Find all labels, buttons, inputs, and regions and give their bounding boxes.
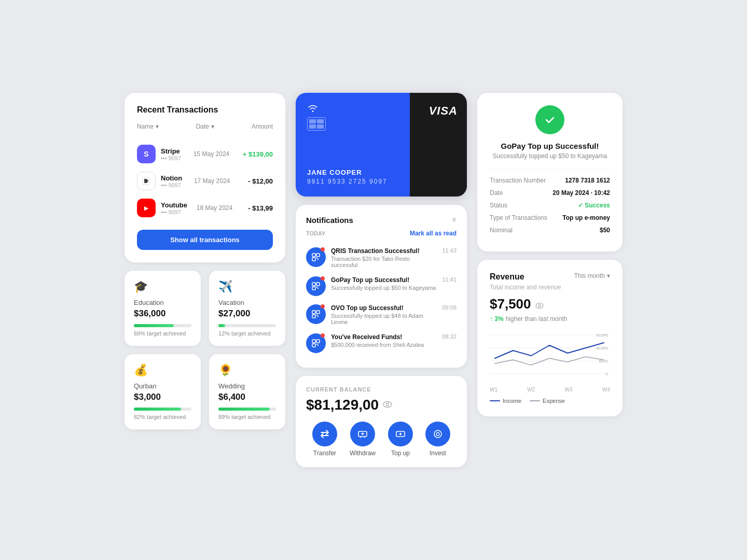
svg-rect-2	[316, 254, 320, 257]
wedding-amount: $6,400	[218, 392, 276, 402]
notifications-panel: Notifications × TODAY Mark all as read Q…	[296, 205, 467, 368]
vacation-name: Vacation	[218, 299, 276, 306]
svg-text:$1000: $1000	[597, 346, 608, 351]
vacation-target: 12% target achieved	[218, 330, 276, 337]
success-label-nominal: Nominal	[490, 227, 513, 234]
education-progress-fill	[134, 324, 174, 327]
chart-label-w2: W2	[527, 387, 535, 393]
topup-button[interactable]: Top up	[388, 422, 413, 457]
chart-legend: Income Expense	[490, 398, 610, 404]
tx-amount-notion: - $12,00	[242, 177, 273, 185]
success-value-status: ✓ Success	[578, 202, 610, 209]
revenue-period-selector[interactable]: This month ▾	[574, 272, 610, 279]
transfer-icon	[312, 422, 337, 446]
notif-name-3: You've Received Funds!	[331, 333, 437, 341]
education-progress-bg	[134, 324, 191, 327]
svg-rect-11	[312, 311, 315, 314]
topup-icon	[388, 422, 413, 446]
notif-name-1: GoPay Top up Successful!	[331, 276, 437, 284]
education-name: Education	[134, 299, 191, 306]
success-field-type: Type of Transactions Top up e-money	[490, 214, 610, 221]
unread-dot	[321, 247, 325, 251]
svg-point-25	[434, 430, 441, 438]
notifications-close-button[interactable]: ×	[452, 215, 457, 225]
table-row: Notion ••• 9097 17 May 2024 - $12,00	[137, 167, 273, 194]
withdraw-button[interactable]: Withdraw	[350, 422, 376, 457]
notif-desc-3: $500,000 received from Sheli Azalea	[331, 342, 437, 348]
vacation-progress-fill	[218, 324, 225, 327]
tx-table-header: Name ▾ Date ▾ Amount	[137, 123, 273, 134]
revenue-eye-icon[interactable]	[535, 296, 544, 312]
education-target: 69% target achieved	[134, 330, 191, 337]
svg-point-22	[386, 403, 389, 406]
qurban-progress-bg	[134, 408, 191, 411]
invest-button[interactable]: Invest	[425, 422, 450, 457]
vacation-progress-bg	[218, 324, 276, 327]
recent-transactions-card: Recent Transactions Name ▾ Date ▾ Amount…	[125, 93, 285, 262]
tx-sub-youtube: ••• 9097	[161, 209, 187, 215]
success-value-date: 20 May 2024 · 10:42	[552, 189, 610, 197]
unread-dot	[321, 276, 325, 281]
wifi-icon	[307, 104, 398, 115]
left-column: Recent Transactions Name ▾ Date ▾ Amount…	[125, 93, 285, 429]
saving-wedding: 🌻 Wedding $6,400 89% target achieved	[209, 354, 285, 429]
eye-icon[interactable]	[383, 400, 392, 410]
legend-income: Income	[490, 398, 521, 404]
list-item: You've Received Funds! $500,000 received…	[306, 329, 457, 357]
success-label-status: Status	[490, 202, 507, 209]
wedding-name: Wedding	[218, 382, 276, 390]
wedding-progress-bg	[218, 408, 276, 411]
education-amount: $36,000	[134, 309, 191, 319]
revenue-change-pct: ↑ 3%	[490, 315, 504, 323]
tx-name-stripe: Stripe	[161, 147, 181, 155]
stripe-icon: S	[137, 145, 156, 163]
balance-amount-value: $81,129,00	[306, 397, 379, 413]
saving-vacation: ✈️ Vacation $27,000 12% target achieved	[209, 271, 285, 346]
svg-point-26	[436, 432, 439, 436]
tx-amount-youtube: - $13,99	[242, 204, 273, 212]
tx-sub-stripe: ••• 9097	[161, 155, 181, 161]
tx-name-notion: Notion	[161, 174, 182, 182]
svg-rect-6	[312, 283, 315, 286]
expense-legend-label: Expense	[543, 398, 565, 404]
svg-rect-19	[317, 345, 319, 346]
svg-point-21	[383, 402, 392, 408]
success-value-type: Top up e-money	[562, 214, 610, 221]
revenue-change: ↑ 3% higher than last month	[490, 315, 610, 323]
svg-rect-16	[312, 340, 315, 343]
notifications-title: Notifications	[306, 216, 353, 225]
svg-rect-8	[312, 287, 315, 290]
revenue-panel: Revenue This month ▾ Total income and re…	[477, 260, 622, 416]
mark-all-read-button[interactable]: Mark all as read	[410, 230, 457, 237]
chevron-down-icon: ▾	[607, 272, 610, 279]
notion-icon	[137, 172, 156, 190]
chart-label-w4: W4	[602, 387, 610, 393]
saving-education: 🎓 Education $36,000 69% target achieved	[125, 271, 201, 346]
card-holder-name: JANE COOPER	[307, 169, 398, 176]
name-sort-icon: ▾	[156, 123, 159, 130]
svg-rect-14	[317, 316, 319, 317]
transfer-label: Transfer	[313, 450, 336, 457]
chart-label-w1: W1	[490, 387, 497, 393]
chart-label-w3: W3	[565, 387, 573, 393]
revenue-title: Revenue	[490, 272, 524, 282]
list-item: OVO Top up Successful! Successfully topp…	[306, 300, 457, 329]
recent-transactions-title: Recent Transactions	[137, 105, 273, 115]
notif-desc-1: Successfully topped up $50 to Kageyama	[331, 285, 437, 291]
visa-card-right: VISA	[410, 93, 467, 197]
svg-rect-4	[317, 259, 319, 260]
success-label-transaction: Transaction Number	[490, 177, 546, 184]
right-column: GoPay Top up Successful! Successfully to…	[477, 93, 622, 416]
expense-legend-dot	[530, 400, 540, 401]
card-number: 9811 9533 2725 9097	[307, 178, 398, 185]
invest-label: Invest	[430, 450, 446, 457]
transfer-button[interactable]: Transfer	[312, 422, 337, 457]
gopay-success-subtitle: Successfully topped up $50 to Kageyama	[490, 152, 610, 160]
tx-amount-stripe: + $139,00	[242, 150, 273, 158]
notif-name-2: OVO Top up Successful!	[331, 304, 437, 312]
svg-rect-7	[316, 283, 320, 286]
gopay-success-panel: GoPay Top up Successful! Successfully to…	[477, 93, 622, 251]
invest-icon	[425, 422, 450, 446]
svg-rect-18	[312, 344, 315, 347]
show-all-transactions-button[interactable]: Show all transactions	[137, 230, 273, 250]
